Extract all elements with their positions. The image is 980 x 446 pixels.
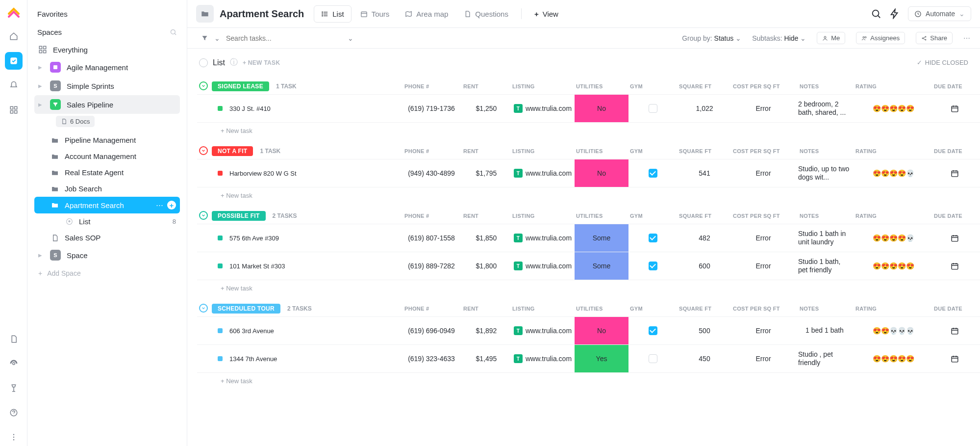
status-chip[interactable]: NOT A FIT	[212, 146, 253, 156]
checkbox-unchecked[interactable]	[649, 104, 657, 113]
cell-utilities[interactable]: No	[575, 159, 628, 187]
cell-due-date[interactable]	[932, 234, 977, 242]
cell-listing[interactable]: Twww.trulia.com	[511, 326, 575, 335]
table-row[interactable]: 606 3rd Avenue (619) 696-0949 $1,892 Tww…	[197, 316, 980, 345]
table-row[interactable]: 1344 7th Avenue (619) 323-4633 $1,495 Tw…	[197, 344, 980, 373]
cell-due-date[interactable]	[932, 262, 977, 270]
space-agile[interactable]: ▸Agile Management	[34, 58, 180, 77]
table-row[interactable]: 575 6th Ave #309 (619) 807-1558 $1,850 T…	[197, 224, 980, 252]
folder-apartment-search[interactable]: Apartment Search ⋯+	[34, 197, 180, 213]
cell-listing[interactable]: Twww.trulia.com	[511, 104, 575, 113]
svg-point-5	[12, 363, 15, 365]
everything-item[interactable]: Everything	[34, 41, 180, 58]
checkbox-checked[interactable]	[649, 169, 657, 178]
space-generic[interactable]: ▸SSpace	[34, 246, 180, 264]
pulse-icon[interactable]	[5, 355, 23, 372]
collapse-icon[interactable]	[199, 211, 208, 220]
tab-questions[interactable]: Questions	[457, 6, 515, 22]
checkbox-checked[interactable]	[649, 262, 657, 270]
checkbox-unchecked[interactable]	[649, 354, 657, 363]
folder-realestate[interactable]: Real Estate Agent	[34, 164, 180, 181]
cell-due-date[interactable]	[932, 105, 977, 113]
folder-pipeline[interactable]: Pipeline Management	[34, 132, 180, 148]
folder-jobsearch[interactable]: Job Search	[34, 181, 180, 197]
more-icon[interactable]	[5, 428, 23, 446]
cell-phone: (619) 719-1736	[403, 105, 462, 112]
add-space[interactable]: +Add Space	[34, 264, 180, 282]
svg-point-31	[925, 39, 926, 40]
folder-account[interactable]: Account Management	[34, 148, 180, 164]
add-task[interactable]: + New task	[197, 187, 980, 201]
more-icon[interactable]: ⋯	[963, 34, 970, 42]
automate-button[interactable]: Automate⌄	[908, 6, 971, 21]
cell-listing[interactable]: Twww.trulia.com	[511, 262, 575, 270]
space-sales-pipeline[interactable]: ▸Sales Pipeline	[34, 95, 180, 114]
status-chip[interactable]: POSSIBLE FIT	[212, 211, 266, 221]
collapse-icon[interactable]	[199, 146, 208, 155]
collapse-icon[interactable]	[199, 304, 208, 313]
cell-utilities[interactable]: No	[575, 95, 628, 122]
chevron-down-icon[interactable]: ⌄	[214, 34, 220, 42]
checkbox-checked[interactable]	[649, 234, 657, 242]
cell-listing[interactable]: Twww.trulia.com	[511, 234, 575, 242]
tab-area-map[interactable]: Area map	[398, 6, 455, 22]
me-button[interactable]: Me	[817, 32, 845, 44]
status-dot	[218, 356, 223, 361]
checkbox-checked[interactable]	[649, 326, 657, 335]
filter-icon[interactable]	[201, 34, 208, 42]
subtasks[interactable]: Subtasks: Hide ⌄	[752, 34, 806, 42]
table-row[interactable]: Harborview 820 W G St (949) 430-4899 $1,…	[197, 159, 980, 187]
table-row[interactable]: 330 J St. #410 (619) 719-1736 $1,250 Tww…	[197, 94, 980, 123]
cell-utilities[interactable]: No	[575, 317, 628, 344]
spaces-header[interactable]: Spaces	[37, 28, 62, 36]
add-task[interactable]: + New task	[197, 372, 980, 387]
apps-icon[interactable]	[5, 101, 23, 119]
cell-utilities[interactable]: Some	[575, 252, 628, 280]
collapse-icon[interactable]	[199, 81, 208, 90]
docs-pill[interactable]: 6 Docs	[56, 116, 95, 127]
search-icon[interactable]	[170, 28, 177, 36]
home-icon[interactable]	[5, 27, 23, 45]
assignees-button[interactable]: Assignees	[856, 32, 905, 44]
help-icon[interactable]	[5, 404, 23, 421]
dots-icon[interactable]: ⋯	[156, 201, 163, 210]
cell-due-date[interactable]	[932, 169, 977, 178]
info-icon[interactable]: ⓘ	[230, 57, 238, 68]
new-task-button[interactable]: + NEW TASK	[243, 59, 280, 66]
cell-listing[interactable]: Twww.trulia.com	[511, 169, 575, 178]
bolt-icon[interactable]	[889, 8, 900, 19]
tab-tours[interactable]: Tours	[353, 6, 397, 22]
status-chip[interactable]: SCHEDULED TOUR	[212, 304, 280, 314]
cell-due-date[interactable]	[932, 327, 977, 335]
goals-icon[interactable]	[5, 379, 23, 397]
app-logo[interactable]	[7, 7, 21, 21]
status-chip[interactable]: SIGNED LEASE	[212, 81, 269, 91]
add-view[interactable]: +View	[528, 6, 565, 22]
chevron-down-icon[interactable]: ⌄	[348, 34, 353, 42]
cell-utilities[interactable]: Some	[575, 224, 628, 252]
tasks-icon[interactable]	[5, 52, 23, 70]
tab-list[interactable]: List	[314, 5, 351, 23]
search-input[interactable]	[226, 34, 314, 42]
sales-sop[interactable]: Sales SOP	[34, 230, 180, 246]
table-row[interactable]: 101 Market St #303 (619) 889-7282 $1,800…	[197, 252, 980, 280]
notifications-icon[interactable]	[5, 77, 23, 94]
add-task[interactable]: + New task	[197, 280, 980, 294]
cell-due-date[interactable]	[932, 355, 977, 363]
col-header: GYM	[630, 306, 679, 313]
add-task[interactable]: + New task	[197, 122, 980, 136]
cell-listing[interactable]: Twww.trulia.com	[511, 354, 575, 363]
space-simple-sprints[interactable]: ▸SSimple Sprints	[34, 77, 180, 95]
group-by[interactable]: Group by: Status ⌄	[682, 34, 741, 42]
cell-utilities[interactable]: Yes	[575, 345, 628, 372]
status-group: NOT A FIT 1 TASK PHONE #RENTLISTINGUTILI…	[197, 143, 980, 201]
add-icon[interactable]: +	[167, 201, 176, 210]
list-child[interactable]: ⦿List8	[34, 213, 180, 230]
search-icon[interactable]	[871, 8, 881, 19]
share-button[interactable]: Share	[916, 32, 953, 44]
svg-point-21	[322, 15, 323, 16]
docs-icon[interactable]	[5, 330, 23, 348]
task-name: 575 6th Ave #309	[229, 235, 279, 242]
favorites-header[interactable]: Favorites	[34, 5, 180, 23]
hide-closed[interactable]: ✓HIDE CLOSED	[917, 59, 968, 66]
